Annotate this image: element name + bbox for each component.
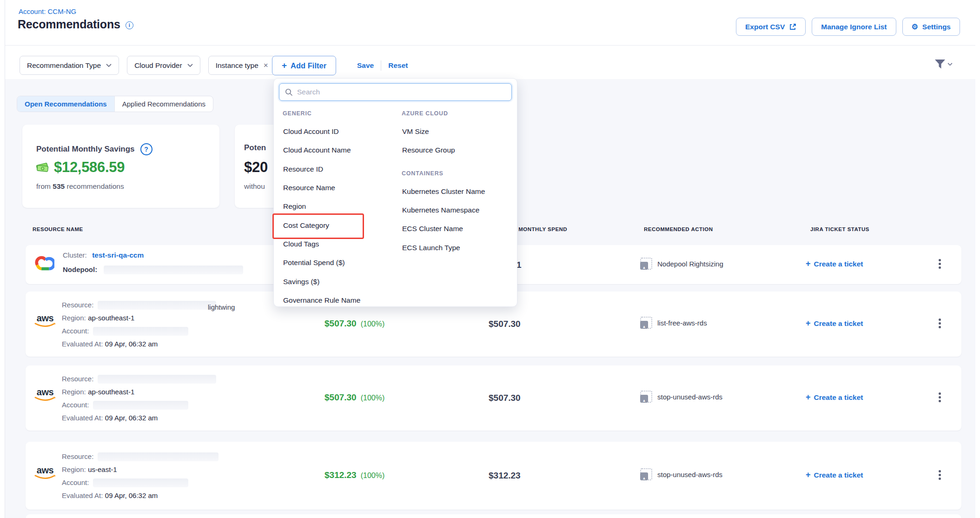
gear-icon: ⚙: [912, 22, 918, 31]
create-ticket-button[interactable]: + Create a ticket: [806, 319, 863, 328]
savings-subtext: from 535 recommendations: [36, 182, 124, 191]
recommended-action-cell: ▲ stop-unused-aws-rds: [640, 391, 722, 403]
add-filter-dropdown: GENERIC Cloud Account ID Cloud Account N…: [273, 78, 517, 307]
row-field-label: Region:: [62, 465, 86, 473]
savings-value: $12,586.59: [54, 159, 125, 176]
help-icon[interactable]: ?: [140, 143, 152, 155]
close-icon[interactable]: ×: [264, 61, 268, 70]
evaluated-value: 09 Apr, 06:32 am: [105, 491, 158, 499]
row-field-label: Resource:: [62, 301, 93, 309]
header-divider: [5, 45, 975, 46]
filter-option[interactable]: Governance Rule Name: [283, 291, 397, 310]
redacted-value: [104, 266, 243, 274]
filter-option[interactable]: Resource ID: [283, 160, 397, 179]
kebab-menu-icon[interactable]: [936, 256, 944, 272]
recommendations-tabs: Open Recommendations Applied Recommendat…: [17, 96, 213, 112]
chevron-down-icon: [187, 64, 193, 67]
gcp-logo-icon: [34, 255, 54, 272]
aws-logo-icon: aws: [33, 466, 57, 480]
savings-cell: $312.23(100%): [324, 470, 384, 480]
card-title-partial: Poten: [244, 143, 266, 153]
spend-value-partial: $20: [244, 159, 268, 176]
row-field-label: Evaluated At:: [62, 414, 103, 422]
evaluated-value: 09 Apr, 06:32 am: [105, 414, 158, 422]
filter-option-cost-category[interactable]: Cost Category: [283, 216, 397, 234]
action-label: stop-unused-aws-rds: [657, 393, 722, 401]
search-icon: [285, 88, 293, 96]
filter-option[interactable]: Savings ($): [283, 272, 397, 291]
kebab-menu-icon[interactable]: [936, 316, 944, 331]
table-row[interactable]: aws Resource: Region: ap-southeast-1 Acc…: [26, 365, 961, 431]
kebab-menu-icon[interactable]: [936, 390, 944, 405]
row-field-label: Cluster:: [63, 251, 87, 259]
filter-option[interactable]: Potential Spend ($): [283, 253, 397, 272]
redacted-value: [93, 401, 188, 410]
redacted-value: [98, 452, 219, 461]
row-field-label: Resource:: [62, 452, 93, 460]
reset-filter-link[interactable]: Reset: [388, 61, 408, 70]
row-field-label: Region:: [62, 388, 86, 396]
search-box: [279, 83, 512, 101]
create-ticket-button[interactable]: + Create a ticket: [806, 470, 863, 480]
action-label: stop-unused-aws-rds: [657, 471, 722, 478]
cluster-link[interactable]: test-sri-qa-ccm: [92, 251, 144, 259]
filter-section-heading: CONTAINERS: [402, 165, 513, 182]
filter-chip-cloud-provider[interactable]: Cloud Provider: [127, 56, 200, 75]
table-row[interactable]: aws Resource: Region: us-east-1 Account:…: [26, 442, 961, 510]
add-filter-button[interactable]: + Add Filter: [272, 56, 336, 75]
filter-chip-recommendation-type[interactable]: Recommendation Type: [20, 56, 119, 75]
manage-ignore-list-button[interactable]: Manage Ignore List: [812, 18, 896, 36]
action-placeholder-icon: ▲: [640, 258, 652, 270]
filter-option[interactable]: Cloud Account Name: [283, 141, 397, 159]
divider: [381, 60, 381, 71]
column-header-jira-ticket-status: JIRA TICKET STATUS: [810, 226, 869, 232]
spend-cell: $312.23: [489, 471, 521, 481]
filter-option[interactable]: Kubernetes Namespace: [402, 201, 513, 219]
funnel-icon: [934, 59, 946, 69]
filter-option[interactable]: Kubernetes Cluster Name: [402, 182, 513, 201]
row-field-label: Nodepool:: [63, 266, 97, 273]
filter-option[interactable]: Region: [283, 197, 397, 216]
info-icon[interactable]: i: [126, 21, 133, 29]
filter-chip-instance-type[interactable]: Instance type ×: [208, 56, 276, 75]
filter-option[interactable]: Cloud Tags: [283, 235, 397, 253]
create-ticket-button[interactable]: + Create a ticket: [806, 259, 863, 269]
filter-section-heading: AZURE CLOUD: [402, 105, 513, 122]
plus-icon: +: [806, 319, 811, 328]
aws-logo-icon: aws: [33, 388, 57, 402]
row-field-label: Evaluated At:: [62, 491, 103, 499]
filter-option[interactable]: Resource Name: [283, 179, 397, 197]
filter-option[interactable]: Resource Group: [402, 141, 513, 159]
save-filter-link[interactable]: Save: [357, 61, 374, 70]
account-breadcrumb-link[interactable]: Account: CCM-NG: [19, 7, 76, 15]
spend-subtext-partial: withou: [244, 182, 265, 191]
filter-option[interactable]: VM Size: [402, 122, 513, 141]
action-label: Nodepool Rightsizing: [657, 260, 723, 268]
row-field-label: Account:: [62, 327, 89, 335]
settings-button[interactable]: ⚙ Settings: [902, 18, 960, 36]
create-ticket-button[interactable]: + Create a ticket: [806, 392, 863, 402]
action-placeholder-icon: ▲: [640, 391, 652, 403]
recommended-action-cell: ▲ list-free-aws-rds: [640, 317, 707, 329]
savings-cell: $507.30(100%): [324, 392, 384, 403]
export-csv-button[interactable]: Export CSV: [736, 18, 806, 36]
kebab-menu-icon[interactable]: [936, 467, 944, 483]
spend-cell: $507.30: [489, 393, 521, 403]
filter-option[interactable]: Cloud Account ID: [283, 122, 397, 141]
action-placeholder-icon: ▲: [640, 317, 652, 329]
action-label: list-free-aws-rds: [657, 319, 707, 327]
filter-funnel-control[interactable]: [934, 59, 953, 69]
search-input[interactable]: [297, 88, 506, 96]
tab-applied-recommendations[interactable]: Applied Recommendations: [114, 96, 213, 112]
plus-icon: +: [282, 60, 287, 71]
evaluated-value: 09 Apr, 06:32 am: [105, 340, 158, 348]
recommended-action-cell: ▲ stop-unused-aws-rds: [640, 468, 722, 480]
recommended-action-cell: ▲ Nodepool Rightsizing: [640, 258, 723, 270]
chevron-down-icon: [947, 63, 953, 66]
page-title: Recommendations: [18, 18, 120, 31]
plus-icon: +: [806, 259, 811, 269]
filter-option[interactable]: ECS Cluster Name: [402, 219, 513, 238]
filter-option[interactable]: ECS Launch Type: [402, 238, 513, 257]
card-title: Potential Monthly Savings: [36, 145, 135, 154]
tab-open-recommendations[interactable]: Open Recommendations: [17, 96, 114, 112]
